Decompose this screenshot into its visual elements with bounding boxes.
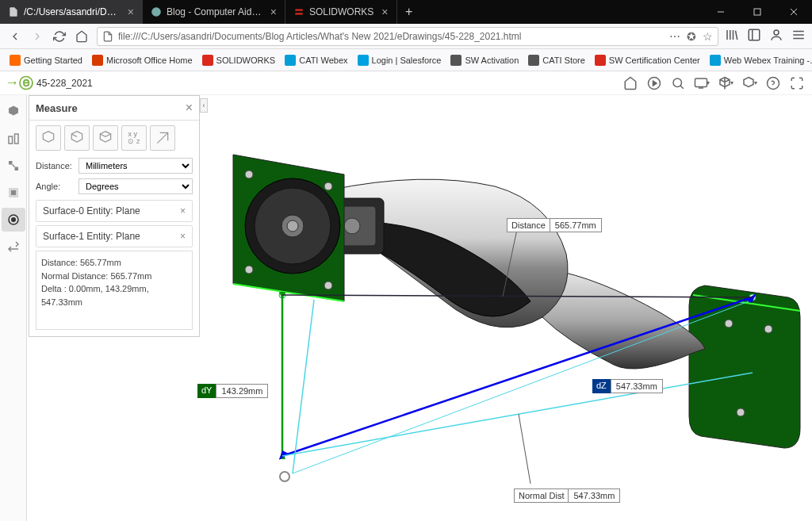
svg-line-25	[13, 165, 15, 167]
bookmark-item[interactable]: CATI Store	[525, 53, 588, 67]
dz-label: dZ	[592, 379, 611, 393]
svg-point-36	[245, 266, 253, 274]
close-icon[interactable]: ×	[186, 101, 193, 115]
url-text: file:///C:/Users/asandri/Documents/Blog …	[118, 31, 665, 42]
home-button[interactable]	[73, 28, 90, 45]
result-distance: Distance: 565.77mm	[41, 256, 187, 270]
url-actions: ⋯ ✪ ☆	[669, 30, 713, 43]
main-area: Distance 565.77mm dY 143.29mm dZ 547.33m…	[0, 95, 812, 521]
measure-clear-button[interactable]	[150, 125, 175, 151]
browser-tab-3[interactable]: SOLIDWORKS ×	[285, 0, 397, 24]
bookmark-item[interactable]: Login | Salesforce	[354, 53, 445, 67]
bookmark-label: Login | Salesforce	[372, 56, 442, 65]
svg-marker-16	[653, 81, 657, 86]
library-icon[interactable]	[725, 28, 739, 45]
selection-entity-2: Surface-1 Entity: Plane ×	[36, 225, 193, 247]
close-icon[interactable]: ×	[381, 6, 388, 18]
result-delta: Delta : 0.00mm, 143.29mm, 547.33mm	[41, 282, 187, 308]
zoom-fit-button[interactable]	[668, 73, 688, 94]
distance-label: Distance	[507, 218, 550, 232]
bookmark-item[interactable]: SW Certification Center	[592, 53, 703, 67]
move-tool[interactable]	[2, 235, 25, 259]
browser-tabs: /C:/Users/asandri/Documents/Blog × Blog …	[0, 0, 421, 24]
svg-rect-22	[15, 134, 19, 144]
dy-label: dY	[197, 384, 216, 398]
bookmark-item[interactable]: Microsoft Office Home	[89, 53, 196, 67]
svg-line-53	[519, 414, 530, 484]
bookmark-label: CATI Webex	[299, 56, 347, 65]
panel-collapse-handle[interactable]: ‹	[200, 98, 208, 113]
minimize-button[interactable]	[703, 0, 739, 24]
close-window-button[interactable]	[776, 0, 812, 24]
bookmark-label: Getting Started	[24, 56, 82, 65]
distance-unit-label: Distance:	[36, 161, 75, 170]
left-toolbar	[0, 95, 27, 521]
new-tab-button[interactable]: +	[397, 0, 421, 24]
bookmark-label: SW Activation	[465, 56, 519, 65]
angle-unit-field: Angle: Degrees	[29, 176, 199, 197]
measure-panel: Measure × x y⊙ z Distance: Millimeters A…	[29, 95, 200, 337]
distance-unit-select[interactable]: Millimeters	[79, 158, 193, 174]
remove-selection-icon[interactable]: ×	[180, 205, 186, 216]
normal-dist-label: Normal Dist	[514, 488, 568, 503]
forward-button[interactable]	[29, 28, 46, 45]
more-url-icon[interactable]: ⋯	[669, 30, 680, 43]
measure-face-button[interactable]	[93, 125, 118, 151]
close-icon[interactable]: ×	[270, 6, 277, 18]
browser-tab-1[interactable]: /C:/Users/asandri/Documents/Blog ×	[0, 0, 143, 24]
dz-value: 547.33mm	[611, 379, 663, 393]
play-button[interactable]	[644, 73, 665, 94]
measure-xyz-button[interactable]: x y⊙ z	[121, 125, 147, 151]
bookmark-item[interactable]: Getting Started	[6, 53, 86, 67]
url-input[interactable]: file:///C:/Users/asandri/Documents/Blog …	[97, 27, 718, 46]
svg-point-35	[324, 182, 332, 190]
tab-label: /C:/Users/asandri/Documents/Blog	[24, 6, 120, 17]
file-icon	[8, 6, 19, 17]
help-button[interactable]	[763, 73, 783, 94]
menu-icon[interactable]	[791, 28, 806, 45]
dy-value: 143.29mm	[216, 384, 268, 398]
measure-point-button[interactable]	[36, 125, 61, 151]
sidebar-icon[interactable]	[747, 28, 761, 45]
back-button[interactable]	[6, 28, 24, 45]
markup-tool[interactable]	[2, 154, 25, 178]
distance-unit-field: Distance: Millimeters	[29, 155, 199, 176]
entity-text: Surface-0 Entity: Plane	[43, 205, 140, 216]
remove-selection-icon[interactable]: ×	[180, 231, 186, 242]
window-controls	[703, 0, 812, 24]
components-tool[interactable]	[2, 100, 25, 124]
edrawings-logo-icon: →ⓔ	[5, 74, 33, 93]
bookmark-item[interactable]: Web Webex Training -...	[707, 53, 812, 67]
svg-rect-23	[9, 161, 13, 165]
reload-button[interactable]	[51, 28, 68, 45]
svg-point-11	[774, 30, 779, 35]
fullscreen-button[interactable]	[787, 73, 807, 94]
account-icon[interactable]	[769, 28, 783, 45]
angle-unit-select[interactable]: Degrees	[79, 178, 193, 194]
close-icon[interactable]: ×	[128, 6, 134, 18]
browser-tab-2[interactable]: Blog - Computer Aided Techno ×	[143, 0, 285, 24]
stamp-tool[interactable]	[2, 181, 25, 205]
bookmark-item[interactable]: SW Activation	[447, 53, 522, 67]
section-view-button[interactable]: ▾	[739, 73, 760, 94]
svg-point-27	[12, 218, 16, 222]
svg-line-18	[680, 86, 684, 89]
home-view-button[interactable]	[620, 73, 641, 94]
display-style-button[interactable]: ▾	[691, 73, 712, 94]
distance-value: 565.77mm	[550, 218, 602, 232]
bookmark-item[interactable]: CATI Webex	[282, 53, 350, 67]
svg-point-41	[287, 220, 298, 232]
measure-edge-button[interactable]	[64, 125, 90, 151]
view-orientation-button[interactable]: ▾	[715, 73, 736, 94]
svg-line-8	[736, 30, 737, 39]
svg-point-37	[324, 282, 332, 289]
measure-tool[interactable]	[2, 208, 25, 232]
page-info-icon	[102, 31, 113, 42]
selection-entity-1: Surface-0 Entity: Plane ×	[36, 200, 193, 222]
maximize-button[interactable]	[739, 0, 776, 24]
bookmark-star-icon[interactable]: ☆	[703, 30, 713, 43]
reader-icon[interactable]: ✪	[687, 30, 696, 43]
solidworks-icon	[293, 6, 304, 17]
mass-props-tool[interactable]	[2, 127, 25, 151]
bookmark-item[interactable]: SOLIDWORKS	[199, 53, 279, 67]
